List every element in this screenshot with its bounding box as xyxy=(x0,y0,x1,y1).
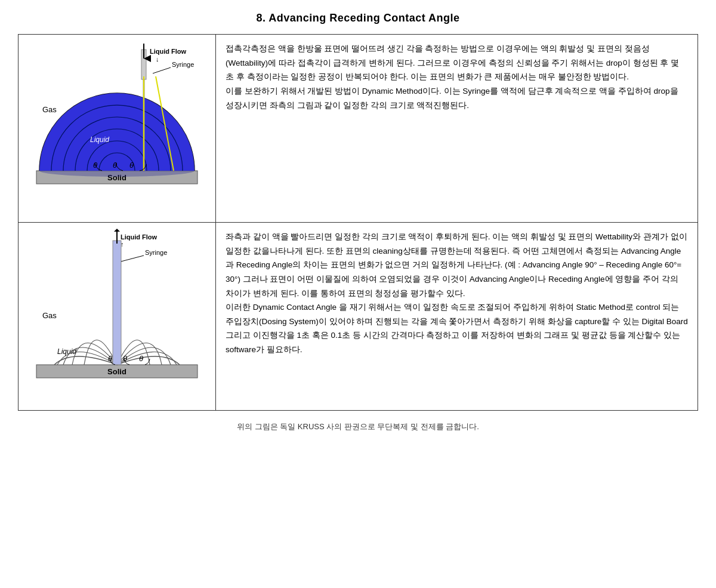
svg-text:θ: θ xyxy=(139,354,143,363)
svg-text:↓: ↓ xyxy=(156,56,159,63)
svg-text:Gas: Gas xyxy=(42,105,57,114)
svg-text:Liquid Flow: Liquid Flow xyxy=(121,233,158,241)
bottom-text-cell: 좌측과 같이 액을 빨아드리면 일정한 각의 크기로 액적이 후퇴하게 된다. … xyxy=(216,223,698,411)
advancing-diagram: Solid xyxy=(24,41,209,214)
svg-rect-21 xyxy=(113,241,121,365)
main-table: Solid xyxy=(18,34,698,411)
bottom-image-cell: Solid Gas Liquid Liquid Flow ↑ xyxy=(18,223,216,411)
svg-text:Syringe: Syringe xyxy=(172,61,194,68)
svg-text:Liquid Flow: Liquid Flow xyxy=(150,48,187,55)
receding-diagram: Solid Gas Liquid Liquid Flow ↑ xyxy=(24,229,209,402)
page-title: 8. Advancing Receding Contact Angle xyxy=(18,12,698,24)
svg-text:Syringe: Syringe xyxy=(145,249,167,256)
svg-text:θ: θ xyxy=(129,161,134,170)
svg-text:↑: ↑ xyxy=(121,241,124,248)
svg-text:θ: θ xyxy=(108,354,112,363)
svg-line-26 xyxy=(121,255,144,261)
svg-text:Liquid: Liquid xyxy=(90,136,109,144)
svg-marker-23 xyxy=(114,229,120,232)
footer-text: 위의 그림은 독일 KRUSS 사의 판권으로 무단복제 및 전제를 금합니다. xyxy=(18,421,698,432)
top-text-cell: 접촉각측정은 액을 한방울 표면에 떨어뜨려 생긴 각을 측정하는 방법으로 이… xyxy=(216,35,698,223)
top-image-cell: Solid xyxy=(18,35,216,223)
svg-text:Gas: Gas xyxy=(42,311,57,320)
bottom-row: Solid Gas Liquid Liquid Flow ↑ xyxy=(18,223,698,411)
bottom-paragraph: 좌측과 같이 액을 빨아드리면 일정한 각의 크기로 액적이 후퇴하게 된다. … xyxy=(226,232,688,354)
svg-text:Solid: Solid xyxy=(107,367,126,376)
top-row: Solid xyxy=(18,35,698,223)
top-paragraph: 접촉각측정은 액을 한방울 표면에 떨어뜨려 생긴 각을 측정하는 방법으로 이… xyxy=(226,44,679,110)
svg-line-10 xyxy=(153,67,171,73)
